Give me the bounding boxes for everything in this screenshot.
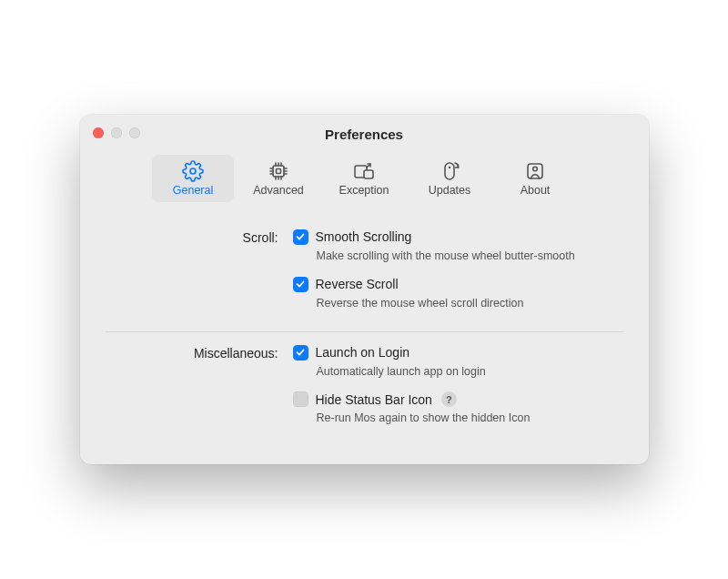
divider: [106, 331, 623, 332]
checkbox-smooth-scrolling[interactable]: [293, 229, 308, 245]
checkbox-hide-status-bar-icon[interactable]: [293, 391, 308, 407]
tab-label: General: [173, 184, 213, 197]
svg-point-0: [190, 168, 196, 174]
tab-label: Advanced: [253, 184, 304, 197]
zoom-window-button[interactable]: [129, 127, 140, 138]
section-scroll: Scroll: Smooth Scrolling Make scrolling …: [106, 220, 623, 328]
window-controls: [93, 127, 140, 138]
option-desc: Make scrolling with the mouse wheel butt…: [317, 249, 590, 264]
toolbar-tabs: General Advanced: [80, 155, 649, 213]
tab-label: Updates: [429, 184, 471, 197]
checkbox-reverse-scroll[interactable]: [293, 277, 308, 292]
tab-label: Exception: [339, 184, 389, 197]
tab-label: About: [521, 184, 551, 197]
option-desc: Reverse the mouse wheel scroll direction: [317, 296, 590, 311]
option-title: Hide Status Bar Icon: [316, 392, 432, 407]
tab-updates[interactable]: Updates: [409, 155, 490, 202]
option-desc: Automatically launch app on login: [317, 364, 590, 380]
tab-advanced[interactable]: Advanced: [238, 155, 319, 202]
svg-point-21: [533, 167, 538, 171]
svg-point-19: [449, 167, 450, 168]
chip-icon: [268, 160, 289, 182]
checkbox-launch-on-login[interactable]: [293, 345, 308, 361]
help-button[interactable]: ?: [441, 391, 457, 407]
minimize-window-button[interactable]: [111, 127, 122, 138]
option-hide-status-bar-icon: Hide Status Bar Icon ? Re-run Mos again …: [293, 391, 623, 426]
section-label-scroll: Scroll:: [106, 229, 278, 311]
tab-general[interactable]: General: [152, 155, 234, 202]
updates-icon: [440, 160, 460, 182]
tab-about[interactable]: About: [494, 155, 576, 202]
close-window-button[interactable]: [93, 127, 104, 138]
option-title: Launch on Login: [316, 345, 410, 360]
content: Scroll: Smooth Scrolling Make scrolling …: [80, 213, 649, 465]
svg-rect-18: [445, 163, 454, 179]
option-title: Reverse Scroll: [316, 277, 399, 291]
about-icon: [524, 160, 546, 182]
option-reverse-scroll: Reverse Scroll Reverse the mouse wheel s…: [293, 277, 623, 311]
section-misc: Miscellaneous: Launch on Login Automatic…: [106, 336, 623, 443]
svg-rect-16: [364, 170, 373, 178]
window-title: Preferences: [325, 127, 403, 142]
tab-exception[interactable]: Exception: [323, 155, 405, 202]
gear-icon: [182, 160, 204, 182]
option-desc: Re-run Mos again to show the hidden Icon: [317, 411, 590, 426]
section-label-misc: Miscellaneous:: [106, 345, 278, 427]
option-launch-on-login: Launch on Login Automatically launch app…: [293, 345, 623, 380]
titlebar: Preferences: [80, 115, 649, 155]
option-title: Smooth Scrolling: [316, 229, 412, 244]
exception-icon: [352, 160, 376, 182]
svg-rect-1: [273, 166, 284, 177]
preferences-window: Preferences General: [80, 115, 649, 465]
svg-rect-2: [277, 168, 281, 173]
option-smooth-scrolling: Smooth Scrolling Make scrolling with the…: [293, 229, 623, 264]
